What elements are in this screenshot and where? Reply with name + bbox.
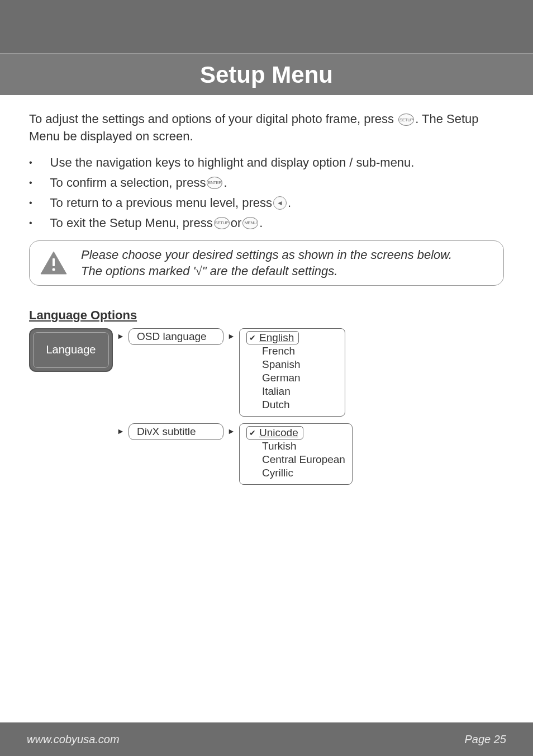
osd-language-options: ✔ English French Spanish German Italian … [239,328,345,417]
option-italian: Italian [246,385,338,398]
divx-subtitle-label: DivX subtitle [137,426,196,438]
setup-icon: SETUP [214,217,230,229]
left-arrow-icon: ◄ [273,196,287,210]
bullet-dot-icon: • [29,158,32,168]
check-glyph-icon: √ [196,264,202,278]
bullet-4-prefix: To exit the Setup Menu, press [50,216,213,230]
arrow-icon: ► [116,423,125,436]
setup-icon: SETUP [398,114,414,126]
diagram-area: Language ► OSD language ► ✔ English Fren… [29,328,504,485]
option-french: French [246,344,338,358]
option-unicode: Unicode [259,427,298,439]
footer: www.cobyusa.com Page 25 [0,722,533,756]
period: . [259,216,263,230]
note-line2-prefix: The options marked ' [81,264,196,278]
bullet-2-prefix: To confirm a selection, press [50,176,206,190]
note-line2: The options marked '√" are the default s… [81,263,452,280]
bullet-2: • To confirm a selection, press ENTER. [29,176,504,190]
footer-page: Page 25 [464,733,506,746]
osd-language-box: OSD language [129,328,223,345]
intro-text: To adjust the settings and options of yo… [29,111,504,145]
intro-prefix: To adjust the settings and options of yo… [29,112,397,126]
bullet-dot-icon: • [29,218,32,228]
diagram-row-1: Language ► OSD language ► ✔ English Fren… [29,328,504,417]
option-cyrillic: Cyrillic [246,466,345,480]
period: . [223,176,227,190]
arrow-icon: ► [116,328,125,341]
enter-icon: ENTER [207,177,222,189]
language-main-label: Language [46,343,96,356]
default-mark-box: ✔ Unicode [246,426,303,440]
language-main-box: Language [29,328,113,372]
osd-language-label: OSD language [137,330,207,343]
footer-url: www.cobyusa.com [27,733,120,746]
language-main-box-inner: Language [33,332,109,368]
check-icon: ✔ [249,428,256,437]
bullet-4: • To exit the Setup Menu, press SETUP or… [29,216,504,230]
period: . [288,196,291,210]
option-central-european: Central European [246,453,345,466]
diagram-row-2: ► DivX subtitle ► ✔ Unicode Turkish Cent… [29,423,504,485]
bullet-list: • Use the navigation keys to highlight a… [29,155,504,230]
note-text: Please choose your desired settings as s… [81,247,452,280]
bullet-3-prefix: To return to a previous menu level, pres… [50,196,272,210]
option-default: ✔ Unicode [246,426,345,440]
arrow-icon: ► [227,423,236,436]
option-german: German [246,371,338,385]
note-line2-suffix: " are the default settings. [202,264,338,278]
divx-subtitle-box: DivX subtitle [129,423,223,440]
svg-point-2 [53,268,55,271]
bullet-1: • Use the navigation keys to highlight a… [29,155,504,170]
content-area: To adjust the settings and options of yo… [0,95,533,485]
option-spanish: Spanish [246,358,338,371]
svg-rect-1 [53,258,55,266]
menu-icon: MENU [242,217,258,229]
bullet-1-text: Use the navigation keys to highlight and… [50,155,415,170]
option-english: English [259,332,294,344]
bullet-4-or: or [231,216,242,230]
arrow-icon: ► [227,328,236,341]
note-line1: Please choose your desired settings as s… [81,247,452,263]
default-mark-box: ✔ English [246,331,299,344]
option-dutch: Dutch [246,398,338,412]
check-icon: ✔ [249,333,256,342]
page-title: Setup Menu [200,62,333,88]
option-turkish: Turkish [246,440,345,453]
bullet-dot-icon: • [29,178,32,188]
divx-subtitle-options: ✔ Unicode Turkish Central European Cyril… [239,423,353,485]
section-heading: Language Options [29,308,504,323]
warning-icon [40,251,68,275]
bullet-dot-icon: • [29,198,32,208]
title-band: Setup Menu [0,53,533,95]
option-default: ✔ English [246,331,338,344]
note-box: Please choose your desired settings as s… [29,240,504,286]
header-band: Setup Menu [0,0,533,95]
bullet-3: • To return to a previous menu level, pr… [29,196,504,210]
